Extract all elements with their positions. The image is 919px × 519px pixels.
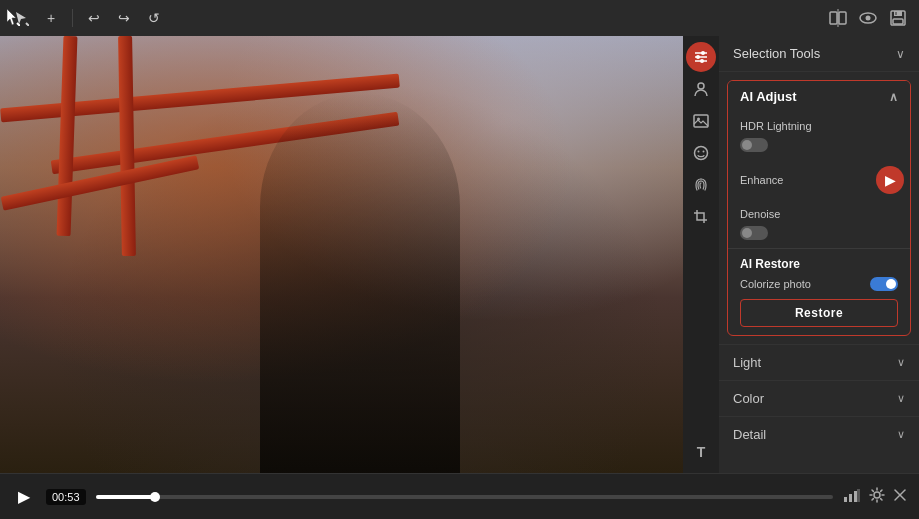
- color-chevron: ∨: [897, 392, 905, 405]
- enhance-row: Enhance ▶: [728, 160, 910, 200]
- photo-canvas: [0, 36, 719, 473]
- hdr-lightning-section: HDR Lightning: [728, 112, 910, 160]
- accordion-detail[interactable]: Detail ∨: [719, 416, 919, 452]
- denoise-toggle[interactable]: [740, 226, 768, 240]
- svg-rect-23: [849, 494, 852, 502]
- close-icon[interactable]: [893, 488, 907, 505]
- detail-label: Detail: [733, 427, 766, 442]
- svg-rect-25: [857, 489, 860, 502]
- refresh-icon[interactable]: ↺: [143, 7, 165, 29]
- svg-point-26: [874, 492, 880, 498]
- settings-icon[interactable]: [869, 487, 885, 506]
- restore-button[interactable]: Restore: [740, 299, 898, 327]
- svg-rect-7: [894, 11, 902, 16]
- selection-tools-label: Selection Tools: [733, 46, 820, 61]
- eye-icon[interactable]: [857, 7, 879, 29]
- text-icon[interactable]: T: [686, 437, 716, 467]
- timeline-progress: [96, 495, 155, 499]
- selection-tools-chevron: ∨: [896, 47, 905, 61]
- hdr-lightning-label: HDR Lightning: [740, 120, 898, 132]
- fingerprint-icon[interactable]: [686, 170, 716, 200]
- undo-icon[interactable]: ↩: [83, 7, 105, 29]
- top-toolbar: + ↩ ↪ ↺: [0, 0, 919, 36]
- signal-icon: [843, 488, 861, 505]
- svg-rect-8: [893, 19, 903, 24]
- person-icon[interactable]: [686, 74, 716, 104]
- svg-rect-17: [694, 115, 708, 127]
- save-icon[interactable]: [887, 7, 909, 29]
- svg-point-19: [695, 147, 708, 160]
- ai-adjust-title: AI Adjust: [740, 89, 797, 104]
- ai-restore-section: AI Restore Colorize photo Restore: [728, 248, 910, 335]
- time-badge: 00:53: [46, 489, 86, 505]
- svg-rect-22: [844, 497, 847, 502]
- ai-adjust-chevron: ∧: [889, 90, 898, 104]
- svg-point-15: [700, 59, 704, 63]
- canvas-area[interactable]: [0, 36, 719, 473]
- selection-tools-header[interactable]: Selection Tools ∨: [719, 36, 919, 72]
- svg-rect-24: [854, 491, 857, 502]
- svg-rect-2: [839, 12, 846, 24]
- detail-chevron: ∨: [897, 428, 905, 441]
- svg-point-21: [703, 151, 705, 153]
- right-icon-bar: T: [683, 36, 719, 473]
- color-label: Color: [733, 391, 764, 406]
- hdr-toggle[interactable]: [740, 138, 768, 152]
- svg-point-13: [701, 51, 705, 55]
- ai-adjust-panel: AI Adjust ∧ HDR Lightning Enhance ▶ Deno…: [727, 80, 911, 336]
- colorize-row: Colorize photo: [740, 277, 898, 291]
- timeline-bar: ▶ 00:53: [0, 473, 919, 519]
- svg-rect-1: [830, 12, 837, 24]
- main-area: Selection Tools ∨ AI Adjust ∧ HDR Lightn…: [0, 36, 919, 473]
- emoji-icon[interactable]: [686, 138, 716, 168]
- colorize-toggle[interactable]: [870, 277, 898, 291]
- accordion-color[interactable]: Color ∨: [719, 380, 919, 416]
- timeline-thumb[interactable]: [150, 492, 160, 502]
- right-panel: Selection Tools ∨ AI Adjust ∧ HDR Lightn…: [719, 36, 919, 473]
- svg-point-5: [866, 16, 871, 21]
- image-icon[interactable]: [686, 106, 716, 136]
- svg-point-14: [696, 55, 700, 59]
- enhance-label: Enhance: [740, 174, 783, 186]
- light-label: Light: [733, 355, 761, 370]
- redo-icon[interactable]: ↪: [113, 7, 135, 29]
- timeline-right: [843, 487, 907, 506]
- timeline-track[interactable]: [96, 495, 833, 499]
- denoise-section: Denoise: [728, 200, 910, 248]
- svg-line-0: [26, 23, 29, 26]
- ai-restore-label: AI Restore: [740, 257, 898, 271]
- enhance-play-button[interactable]: ▶: [876, 166, 904, 194]
- denoise-label: Denoise: [740, 208, 898, 220]
- play-button[interactable]: ▶: [12, 485, 36, 509]
- colorize-label: Colorize photo: [740, 278, 811, 290]
- split-view-icon[interactable]: [827, 7, 849, 29]
- svg-point-20: [698, 151, 700, 153]
- svg-point-16: [698, 83, 704, 89]
- crop-icon[interactable]: [686, 202, 716, 232]
- ai-adjust-header[interactable]: AI Adjust ∧: [728, 81, 910, 112]
- light-chevron: ∨: [897, 356, 905, 369]
- add-icon[interactable]: +: [40, 7, 62, 29]
- cursor-icon[interactable]: [10, 7, 32, 29]
- accordion-light[interactable]: Light ∨: [719, 344, 919, 380]
- adjust-sliders-icon[interactable]: [686, 42, 716, 72]
